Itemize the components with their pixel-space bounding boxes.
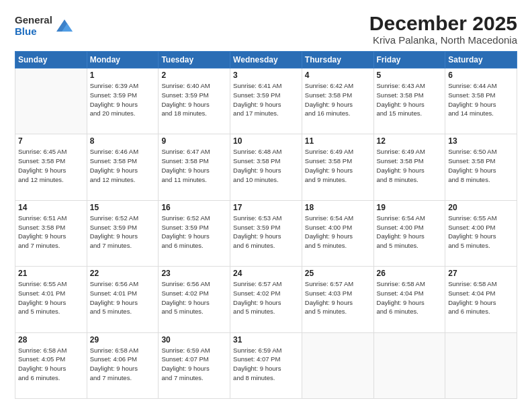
day-number: 4 xyxy=(305,71,371,80)
day-info: Sunrise: 6:46 AMSunset: 3:58 PMDaylight:… xyxy=(90,147,156,184)
calendar-day-header: Thursday xyxy=(302,52,373,68)
day-info: Sunrise: 6:47 AMSunset: 3:58 PMDaylight:… xyxy=(161,147,227,184)
calendar-cell: 24Sunrise: 6:57 AMSunset: 4:02 PMDayligh… xyxy=(230,267,302,332)
logo-general: General xyxy=(15,15,52,26)
title-block: December 2025 Kriva Palanka, North Maced… xyxy=(369,12,517,46)
calendar-cell: 31Sunrise: 6:59 AMSunset: 4:07 PMDayligh… xyxy=(230,332,302,398)
day-number: 21 xyxy=(18,269,84,278)
day-number: 26 xyxy=(377,269,443,278)
day-info: Sunrise: 6:52 AMSunset: 3:59 PMDaylight:… xyxy=(90,214,156,250)
calendar-cell xyxy=(15,68,87,134)
day-info: Sunrise: 6:58 AMSunset: 4:05 PMDaylight:… xyxy=(18,346,84,383)
calendar-cell: 28Sunrise: 6:58 AMSunset: 4:05 PMDayligh… xyxy=(15,332,87,398)
day-info: Sunrise: 6:54 AMSunset: 4:00 PMDaylight:… xyxy=(377,214,443,250)
day-number: 15 xyxy=(90,203,156,212)
calendar-cell: 18Sunrise: 6:54 AMSunset: 4:00 PMDayligh… xyxy=(302,200,373,266)
calendar-day-header: Saturday xyxy=(445,52,517,68)
day-info: Sunrise: 6:42 AMSunset: 3:58 PMDaylight:… xyxy=(305,81,371,118)
logo-icon xyxy=(55,17,74,36)
day-number: 6 xyxy=(448,71,514,80)
day-number: 23 xyxy=(161,269,227,278)
day-info: Sunrise: 6:44 AMSunset: 3:58 PMDaylight:… xyxy=(448,81,514,118)
calendar-cell: 9Sunrise: 6:47 AMSunset: 3:58 PMDaylight… xyxy=(159,134,230,200)
calendar-cell: 20Sunrise: 6:55 AMSunset: 4:00 PMDayligh… xyxy=(445,200,517,266)
calendar-cell: 17Sunrise: 6:53 AMSunset: 3:59 PMDayligh… xyxy=(230,200,302,266)
calendar-cell: 27Sunrise: 6:58 AMSunset: 4:04 PMDayligh… xyxy=(445,267,517,332)
day-number: 24 xyxy=(233,269,299,278)
day-number: 3 xyxy=(233,71,299,80)
day-info: Sunrise: 6:57 AMSunset: 4:03 PMDaylight:… xyxy=(305,279,371,316)
calendar-cell: 7Sunrise: 6:45 AMSunset: 3:58 PMDaylight… xyxy=(15,134,87,200)
calendar-cell: 2Sunrise: 6:40 AMSunset: 3:59 PMDaylight… xyxy=(159,68,230,134)
day-number: 9 xyxy=(161,136,227,146)
day-number: 10 xyxy=(233,136,299,146)
day-info: Sunrise: 6:41 AMSunset: 3:59 PMDaylight:… xyxy=(233,81,299,118)
calendar-cell: 6Sunrise: 6:44 AMSunset: 3:58 PMDaylight… xyxy=(445,68,517,134)
day-number: 5 xyxy=(377,71,443,80)
page-subtitle: Kriva Palanka, North Macedonia xyxy=(369,34,517,46)
day-info: Sunrise: 6:50 AMSunset: 3:58 PMDaylight:… xyxy=(448,147,514,184)
day-info: Sunrise: 6:59 AMSunset: 4:07 PMDaylight:… xyxy=(233,346,299,383)
calendar-cell: 22Sunrise: 6:56 AMSunset: 4:01 PMDayligh… xyxy=(87,267,159,332)
day-number: 16 xyxy=(161,203,227,212)
calendar-cell: 12Sunrise: 6:49 AMSunset: 3:58 PMDayligh… xyxy=(373,134,445,200)
calendar-cell xyxy=(302,332,373,398)
calendar-cell: 25Sunrise: 6:57 AMSunset: 4:03 PMDayligh… xyxy=(302,267,373,332)
day-info: Sunrise: 6:56 AMSunset: 4:02 PMDaylight:… xyxy=(161,279,227,316)
calendar-cell: 8Sunrise: 6:46 AMSunset: 3:58 PMDaylight… xyxy=(87,134,159,200)
day-info: Sunrise: 6:55 AMSunset: 4:00 PMDaylight:… xyxy=(448,214,514,250)
calendar-cell: 4Sunrise: 6:42 AMSunset: 3:58 PMDaylight… xyxy=(302,68,373,134)
day-info: Sunrise: 6:51 AMSunset: 3:58 PMDaylight:… xyxy=(18,214,84,250)
page: General Blue December 2025 Kriva Palanka… xyxy=(0,0,532,411)
day-info: Sunrise: 6:55 AMSunset: 4:01 PMDaylight:… xyxy=(18,279,84,316)
calendar-cell: 26Sunrise: 6:58 AMSunset: 4:04 PMDayligh… xyxy=(373,267,445,332)
day-number: 27 xyxy=(448,269,514,278)
day-number: 28 xyxy=(18,335,84,345)
day-number: 30 xyxy=(161,335,227,345)
day-number: 8 xyxy=(90,136,156,146)
day-info: Sunrise: 6:58 AMSunset: 4:04 PMDaylight:… xyxy=(377,279,443,316)
calendar-cell: 29Sunrise: 6:58 AMSunset: 4:06 PMDayligh… xyxy=(87,332,159,398)
calendar-cell: 15Sunrise: 6:52 AMSunset: 3:59 PMDayligh… xyxy=(87,200,159,266)
day-number: 29 xyxy=(90,335,156,345)
calendar-cell: 13Sunrise: 6:50 AMSunset: 3:58 PMDayligh… xyxy=(445,134,517,200)
day-info: Sunrise: 6:58 AMSunset: 4:06 PMDaylight:… xyxy=(90,346,156,383)
calendar-cell: 1Sunrise: 6:39 AMSunset: 3:59 PMDaylight… xyxy=(87,68,159,134)
week-row: 14Sunrise: 6:51 AMSunset: 3:58 PMDayligh… xyxy=(15,200,517,266)
day-info: Sunrise: 6:45 AMSunset: 3:58 PMDaylight:… xyxy=(18,147,84,184)
header: General Blue December 2025 Kriva Palanka… xyxy=(15,12,517,46)
calendar-cell: 14Sunrise: 6:51 AMSunset: 3:58 PMDayligh… xyxy=(15,200,87,266)
calendar-day-header: Tuesday xyxy=(159,52,230,68)
calendar-day-header: Sunday xyxy=(15,52,87,68)
day-number: 2 xyxy=(161,71,227,80)
day-number: 11 xyxy=(305,136,371,146)
day-info: Sunrise: 6:58 AMSunset: 4:04 PMDaylight:… xyxy=(448,279,514,316)
day-info: Sunrise: 6:59 AMSunset: 4:07 PMDaylight:… xyxy=(161,346,227,383)
calendar-header-row: SundayMondayTuesdayWednesdayThursdayFrid… xyxy=(15,52,517,68)
day-info: Sunrise: 6:40 AMSunset: 3:59 PMDaylight:… xyxy=(161,81,227,118)
week-row: 28Sunrise: 6:58 AMSunset: 4:05 PMDayligh… xyxy=(15,332,517,398)
calendar-day-header: Monday xyxy=(87,52,159,68)
logo-blue: Blue xyxy=(15,26,52,38)
calendar-cell: 23Sunrise: 6:56 AMSunset: 4:02 PMDayligh… xyxy=(159,267,230,332)
day-number: 14 xyxy=(18,203,84,212)
day-info: Sunrise: 6:49 AMSunset: 3:58 PMDaylight:… xyxy=(377,147,443,184)
day-number: 13 xyxy=(448,136,514,146)
day-number: 19 xyxy=(377,203,443,212)
day-info: Sunrise: 6:43 AMSunset: 3:58 PMDaylight:… xyxy=(377,81,443,118)
day-number: 22 xyxy=(90,269,156,278)
day-info: Sunrise: 6:53 AMSunset: 3:59 PMDaylight:… xyxy=(233,214,299,250)
calendar-cell xyxy=(373,332,445,398)
day-number: 17 xyxy=(233,203,299,212)
day-number: 12 xyxy=(377,136,443,146)
day-number: 25 xyxy=(305,269,371,278)
calendar-day-header: Wednesday xyxy=(230,52,302,68)
calendar-cell: 11Sunrise: 6:49 AMSunset: 3:58 PMDayligh… xyxy=(302,134,373,200)
calendar-cell: 19Sunrise: 6:54 AMSunset: 4:00 PMDayligh… xyxy=(373,200,445,266)
page-title: December 2025 xyxy=(369,12,517,34)
day-info: Sunrise: 6:49 AMSunset: 3:58 PMDaylight:… xyxy=(305,147,371,184)
week-row: 7Sunrise: 6:45 AMSunset: 3:58 PMDaylight… xyxy=(15,134,517,200)
calendar-cell: 21Sunrise: 6:55 AMSunset: 4:01 PMDayligh… xyxy=(15,267,87,332)
day-info: Sunrise: 6:39 AMSunset: 3:59 PMDaylight:… xyxy=(90,81,156,118)
calendar-cell: 30Sunrise: 6:59 AMSunset: 4:07 PMDayligh… xyxy=(159,332,230,398)
